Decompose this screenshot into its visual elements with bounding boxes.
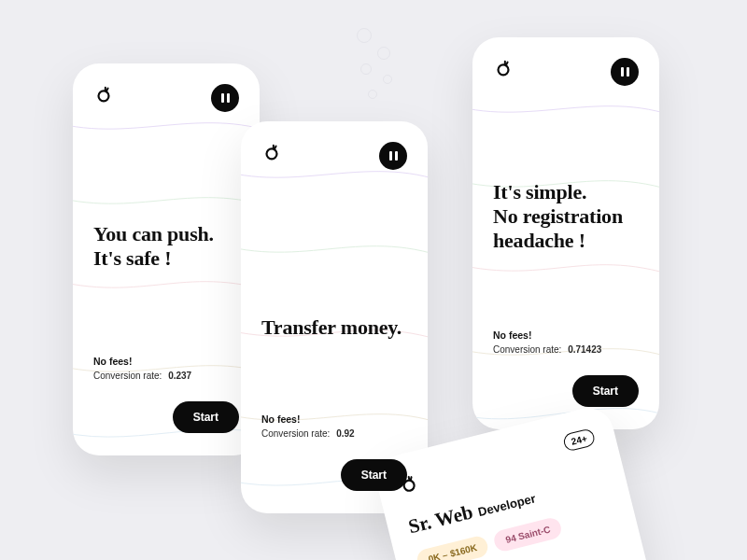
bubble-decoration — [383, 75, 392, 84]
no-fees-label: No fees! — [493, 329, 639, 341]
pause-icon — [389, 151, 398, 161]
conv-label: Conversion rate: — [261, 428, 330, 439]
no-fees-label: No fees! — [93, 356, 239, 367]
pause-button[interactable] — [211, 84, 239, 112]
svg-point-0 — [99, 91, 109, 101]
conv-value: 0.92 — [336, 428, 354, 439]
svg-point-1 — [267, 148, 277, 159]
headline: It's simple.No registration headache ! — [493, 180, 639, 253]
job-title-sub: Developer — [476, 491, 537, 519]
onboarding-card-3: It's simple.No registration headache ! N… — [472, 37, 659, 429]
bubble-decoration — [357, 28, 372, 43]
start-button[interactable]: Start — [173, 401, 239, 433]
conv-value: 0.237 — [168, 371, 191, 381]
job-title-main: Sr. Web — [406, 500, 475, 539]
location-pill: 94 Saint-C — [492, 516, 563, 553]
salary-pill: 0K – $160K — [415, 534, 490, 560]
bubble-decoration — [368, 90, 377, 99]
svg-point-2 — [499, 64, 509, 75]
onboarding-card-1: You can push.It's safe ! No fees! Conver… — [73, 63, 260, 455]
applicant-count-badge: 24+ — [562, 427, 597, 452]
app-logo-icon — [93, 84, 114, 105]
start-button[interactable]: Start — [341, 459, 407, 491]
conversion-rate: Conversion rate: 0.71423 — [493, 344, 639, 355]
pause-button[interactable] — [611, 58, 639, 86]
headline: You can push.It's safe ! — [93, 222, 239, 271]
pause-icon — [221, 93, 230, 103]
pause-button[interactable] — [379, 142, 407, 170]
bubble-decoration — [360, 63, 372, 75]
app-logo-icon — [261, 142, 282, 162]
bubble-decoration — [377, 47, 390, 60]
no-fees-label: No fees! — [261, 413, 407, 425]
headline: Transfer money. — [261, 315, 407, 340]
conv-value: 0.71423 — [568, 344, 601, 355]
start-button[interactable]: Start — [572, 375, 639, 407]
pause-icon — [621, 67, 629, 77]
conv-label: Conversion rate: — [493, 344, 561, 355]
conversion-rate: Conversion rate: 0.92 — [261, 428, 407, 439]
conv-label: Conversion rate: — [93, 371, 162, 381]
app-logo-icon — [493, 58, 514, 78]
conversion-rate: Conversion rate: 0.237 — [93, 371, 239, 381]
